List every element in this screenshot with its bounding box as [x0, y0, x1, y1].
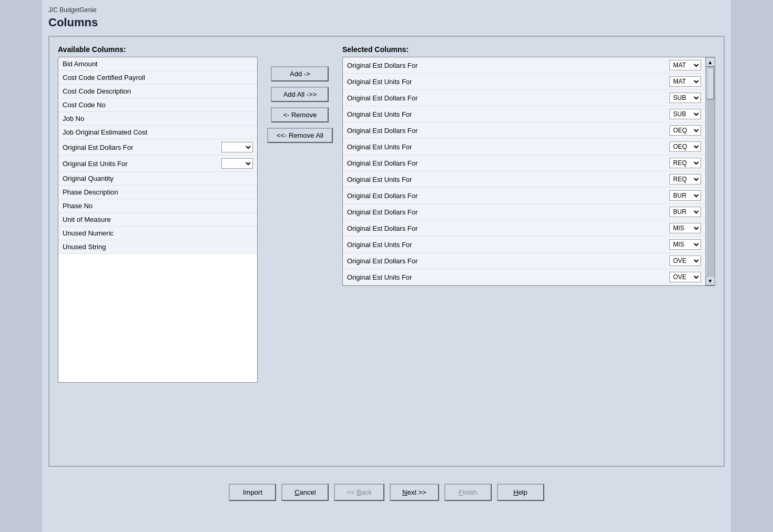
scroll-thumb[interactable]	[707, 68, 714, 99]
selected-item-dropdown[interactable]: OVE	[669, 255, 701, 266]
action-buttons: Add -> Add All ->> <- Remove <<- Remove …	[258, 45, 342, 143]
available-item-unit-of-measure[interactable]: Unit of Measure	[58, 213, 257, 227]
finish-label: Finish	[459, 488, 477, 496]
selected-item-dropdown[interactable]: OEQ	[669, 125, 701, 136]
selected-item-dropdown[interactable]: OEQ	[669, 141, 701, 152]
available-item-job-no[interactable]: Job No	[58, 112, 257, 126]
selected-item-sel-13[interactable]: Original Est Dollars ForOVE	[343, 253, 705, 269]
available-item-label: Unused String	[63, 243, 253, 251]
selected-item-label: Original Est Dollars For	[347, 94, 666, 102]
selected-item-sel-12[interactable]: Original Est Units ForMIS	[343, 237, 705, 253]
selected-item-sel-3[interactable]: Original Est Dollars ForSUB	[343, 90, 705, 106]
available-item-label: Original Est Dollars For	[63, 144, 218, 151]
selected-item-dropdown[interactable]: MIS	[669, 223, 701, 233]
columns-area: Available Columns: Bid AmountCost Code C…	[58, 45, 715, 383]
available-item-cost-code-description[interactable]: Cost Code Description	[58, 85, 257, 98]
selected-item-label: Original Est Units For	[347, 241, 666, 249]
available-columns-label: Available Columns:	[58, 45, 258, 54]
main-panel: Available Columns: Bid AmountCost Code C…	[48, 36, 725, 467]
available-item-phase-no[interactable]: Phase No	[58, 199, 257, 213]
selected-item-dropdown[interactable]: SUB	[669, 109, 701, 119]
import-button[interactable]: Import	[229, 484, 276, 501]
finish-button[interactable]: Finish	[444, 484, 492, 501]
selected-item-dropdown[interactable]: REQ	[669, 174, 701, 185]
selected-item-sel-4[interactable]: Original Est Units ForSUB	[343, 106, 705, 122]
selected-item-label: Original Est Dollars For	[347, 127, 666, 135]
available-item-original-est-units-for-blank[interactable]: Original Est Units For	[58, 156, 257, 172]
selected-item-dropdown[interactable]: MIS	[669, 239, 701, 250]
next-label: Next >>	[402, 488, 426, 496]
help-label: Help	[513, 488, 527, 496]
selected-item-label: Original Est Dollars For	[347, 224, 666, 232]
selected-item-label: Original Est Dollars For	[347, 62, 666, 69]
selected-item-sel-2[interactable]: Original Est Units ForMAT	[343, 74, 705, 90]
selected-item-label: Original Est Units For	[347, 176, 666, 183]
available-item-label: Cost Code Certified Payroll	[63, 74, 253, 81]
available-item-label: Cost Code Description	[63, 87, 253, 95]
selected-item-dropdown[interactable]: OVE	[669, 272, 701, 282]
available-columns-list[interactable]: Bid AmountCost Code Certified PayrollCos…	[58, 57, 258, 383]
next-button[interactable]: Next >>	[390, 484, 439, 501]
cancel-button[interactable]: Cancel	[281, 484, 329, 501]
selected-item-dropdown[interactable]: BUR	[669, 190, 701, 201]
available-item-label: Phase No	[63, 202, 253, 210]
selected-section: Selected Columns: Original Est Dollars F…	[342, 45, 715, 286]
available-item-unused-numeric[interactable]: Unused Numeric	[58, 227, 257, 240]
selected-columns-label: Selected Columns:	[342, 45, 715, 54]
selected-columns-list[interactable]: Original Est Dollars ForMATOriginal Est …	[343, 57, 705, 285]
selected-item-sel-7[interactable]: Original Est Dollars ForREQ	[343, 155, 705, 171]
selected-item-sel-5[interactable]: Original Est Dollars ForOEQ	[343, 122, 705, 139]
available-item-phase-description[interactable]: Phase Description	[58, 186, 257, 199]
selected-item-sel-6[interactable]: Original Est Units ForOEQ	[343, 139, 705, 155]
back-button[interactable]: << Back	[334, 484, 384, 501]
selected-columns-scrollbar[interactable]: ▲ ▼	[705, 57, 715, 285]
selected-item-sel-10[interactable]: Original Est Dollars ForBUR	[343, 204, 705, 220]
available-item-job-original-estimated-cost[interactable]: Job Original Estimated Cost	[58, 126, 257, 139]
available-item-bid-amount[interactable]: Bid Amount	[58, 57, 257, 71]
selected-item-sel-9[interactable]: Original Est Dollars ForBUR	[343, 188, 705, 204]
available-item-dropdown[interactable]	[221, 158, 253, 169]
page-title: Columns	[42, 15, 731, 34]
available-item-label: Job No	[63, 115, 253, 122]
available-item-label: Job Original Estimated Cost	[63, 128, 253, 136]
selected-item-dropdown[interactable]: BUR	[669, 207, 701, 217]
available-item-original-est-dollars-for-blank[interactable]: Original Est Dollars For	[58, 139, 257, 156]
selected-item-dropdown[interactable]: MAT	[669, 76, 701, 87]
app-title: J/C BudgetGenie	[42, 4, 731, 15]
selected-item-label: Original Est Dollars For	[347, 192, 666, 200]
scroll-up-button[interactable]: ▲	[706, 57, 715, 67]
selected-item-sel-8[interactable]: Original Est Units ForREQ	[343, 171, 705, 188]
available-item-label: Original Quantity	[63, 175, 253, 182]
selected-item-label: Original Est Dollars For	[347, 208, 666, 216]
selected-item-dropdown[interactable]: MAT	[669, 60, 701, 70]
footer-buttons: Import Cancel << Back Next >> Finish Hel…	[42, 473, 731, 509]
selected-item-label: Original Est Units For	[347, 273, 666, 281]
available-item-dropdown[interactable]	[221, 142, 253, 152]
selected-columns-panel: Original Est Dollars ForMATOriginal Est …	[342, 57, 715, 286]
selected-item-label: Original Est Units For	[347, 78, 666, 86]
available-item-cost-code-certified-payroll[interactable]: Cost Code Certified Payroll	[58, 71, 257, 85]
scroll-down-button[interactable]: ▼	[706, 276, 715, 285]
selected-item-label: Original Est Dollars For	[347, 159, 666, 167]
available-item-label: Bid Amount	[63, 60, 253, 68]
selected-item-sel-11[interactable]: Original Est Dollars ForMIS	[343, 220, 705, 237]
back-label: << Back	[347, 488, 372, 496]
selected-item-dropdown[interactable]: REQ	[669, 158, 701, 168]
available-item-label: Phase Description	[63, 188, 253, 196]
remove-button[interactable]: <- Remove	[271, 107, 329, 122]
available-item-cost-code-no[interactable]: Cost Code No	[58, 98, 257, 112]
add-button[interactable]: Add ->	[271, 66, 329, 81]
available-item-unused-string[interactable]: Unused String	[58, 240, 257, 254]
selected-item-sel-1[interactable]: Original Est Dollars ForMAT	[343, 57, 705, 74]
scroll-track	[706, 67, 715, 276]
selected-item-dropdown[interactable]: SUB	[669, 93, 701, 103]
remove-all-button[interactable]: <<- Remove All	[267, 128, 333, 143]
selected-item-label: Original Est Units For	[347, 110, 666, 118]
selected-item-sel-14[interactable]: Original Est Units ForOVE	[343, 269, 705, 285]
available-section: Available Columns: Bid AmountCost Code C…	[58, 45, 258, 383]
available-item-label: Cost Code No	[63, 101, 253, 109]
available-item-original-quantity[interactable]: Original Quantity	[58, 172, 257, 186]
add-all-button[interactable]: Add All ->>	[271, 87, 329, 102]
selected-item-label: Original Est Units For	[347, 143, 666, 151]
help-button[interactable]: Help	[497, 484, 544, 501]
